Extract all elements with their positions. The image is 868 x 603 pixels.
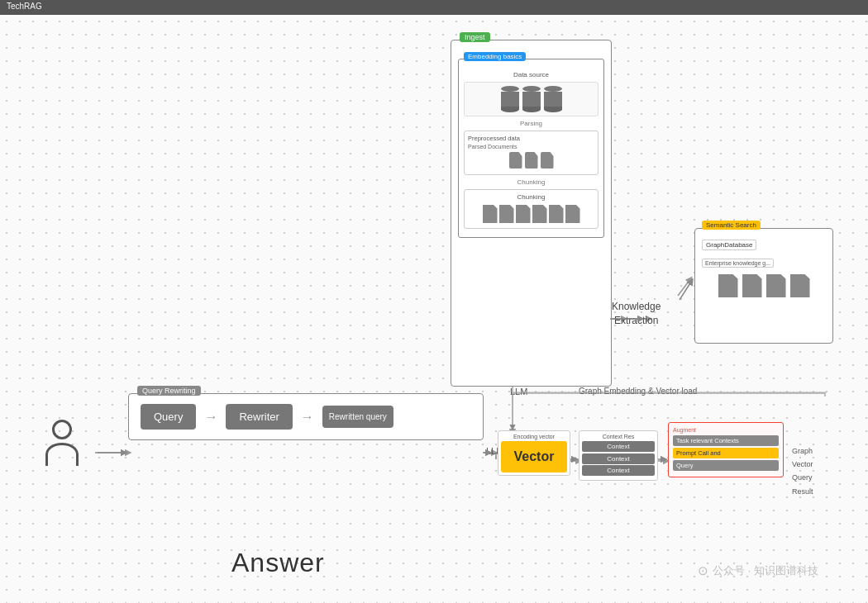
graph-doc-4	[790, 274, 810, 297]
context-item-3: Context	[582, 465, 655, 476]
embedding-basics-label: Embedding basics	[464, 52, 526, 61]
llm-ingest-label: LLM	[510, 387, 527, 396]
parsed-docs-label: Parsed Documents	[468, 144, 594, 150]
title-bar: TechRAG	[0, 0, 868, 15]
graph-embedding-label: Graph Embedding & Vector load	[579, 387, 697, 396]
datasource-area	[464, 82, 599, 116]
graph-doc-1	[718, 274, 738, 297]
qr-arrow-2: →	[301, 410, 314, 425]
vector-block: Vector	[501, 441, 567, 472]
augment-item-1: Task relevant Contexts	[673, 435, 779, 446]
right-label-vector: Vector	[792, 458, 813, 471]
ingest-box: Ingest Embedding basics Data source	[451, 40, 612, 387]
user-head	[52, 420, 72, 439]
datasource-label: Data source	[464, 71, 599, 78]
context-box: Context Res Context Context Context	[579, 430, 658, 481]
db-cylinder-3	[544, 86, 562, 112]
qr-items: Query → Rewriter → Rewritten query	[141, 404, 471, 430]
db-bottom	[501, 107, 519, 112]
chunking-box: Chunking	[464, 189, 599, 229]
parsing-label: Parsing	[464, 120, 599, 127]
query-rewriting-label: Query Rewriting	[137, 386, 201, 396]
encoding-vector-box: Encoding vector Vector	[498, 430, 570, 476]
right-label-result: Result	[792, 485, 813, 498]
embedding-basics-box: Embedding basics Data source	[458, 59, 604, 238]
db-top	[501, 86, 519, 92]
preprocessed-label: Preprocessed data	[468, 135, 594, 142]
context-item-2: Context	[582, 453, 655, 464]
augment-item-3: Query	[673, 460, 779, 471]
chunk-2	[499, 205, 514, 223]
right-label-graph: Graph	[792, 444, 813, 458]
rewriter-box: Rewriter	[226, 404, 292, 430]
ingest-label: Ingest	[460, 32, 490, 42]
query-rewriting-box: Query Rewriting Query → Rewriter → Rewri…	[128, 393, 484, 440]
enterprise-kg-label: Enterprise knowledge g...	[702, 259, 774, 268]
watermark-icon: ⊙	[698, 563, 708, 578]
doc-icons	[468, 150, 594, 171]
chunking-arrow-label: Chunking	[464, 178, 599, 186]
chunk-6	[565, 205, 580, 223]
answer-text: Answer	[231, 548, 325, 578]
watermark-text: 公众号 · 知识图谱科技	[713, 563, 818, 578]
qr-arrow-1: →	[204, 410, 217, 425]
graph-db-box: Semantic Search GraphDatabase Enterprise…	[694, 228, 833, 344]
chunk-5	[549, 205, 564, 223]
svg-line-1	[678, 279, 690, 296]
title-label: TechRAG	[7, 2, 42, 11]
main-canvas: Ingest Embedding basics Data source	[0, 15, 868, 603]
graph-doc-2	[742, 274, 762, 297]
chunk-4	[532, 205, 547, 223]
knowledge-extraction-label: KnowledgeExtraction	[612, 300, 661, 328]
graph-database-label: GraphDatabase	[702, 240, 756, 250]
db-cylinder-2	[522, 86, 541, 112]
graph-doc-3	[766, 274, 786, 297]
query-box: Query	[141, 404, 196, 430]
graph-doc-area	[702, 271, 826, 301]
doc-icon-1	[509, 152, 522, 169]
db-cylinder-1	[501, 86, 519, 112]
encoding-label: Encoding vector	[501, 434, 567, 439]
watermark: ⊙ 公众号 · 知识图谱科技	[698, 563, 818, 578]
rewritten-query-box: Rewritten query	[322, 406, 393, 428]
augment-box: Augment Task relevant Contexts Prompt Ca…	[668, 422, 784, 477]
doc-icon-3	[541, 152, 554, 169]
right-labels: Graph Vector Query Result	[792, 444, 813, 498]
context-item-1: Context	[582, 441, 655, 452]
preprocessed-box: Preprocessed data Parsed Documents	[464, 131, 599, 175]
chunk-1	[483, 205, 498, 223]
semantic-search-badge: Semantic Search	[702, 221, 761, 230]
augment-item-2: Prompt Call and	[673, 448, 779, 458]
chunking-section-label: Chunking	[468, 193, 594, 201]
chunk-3	[516, 205, 531, 223]
user-icon	[33, 420, 91, 477]
user-body	[45, 443, 79, 466]
doc-icon-2	[525, 152, 538, 169]
chunk-icons	[468, 203, 594, 225]
svg-line-19	[680, 279, 693, 300]
context-label: Context Res	[582, 434, 655, 439]
right-label-query: Query	[792, 471, 813, 484]
db-body	[501, 92, 519, 107]
augment-label: Augment	[673, 427, 779, 433]
